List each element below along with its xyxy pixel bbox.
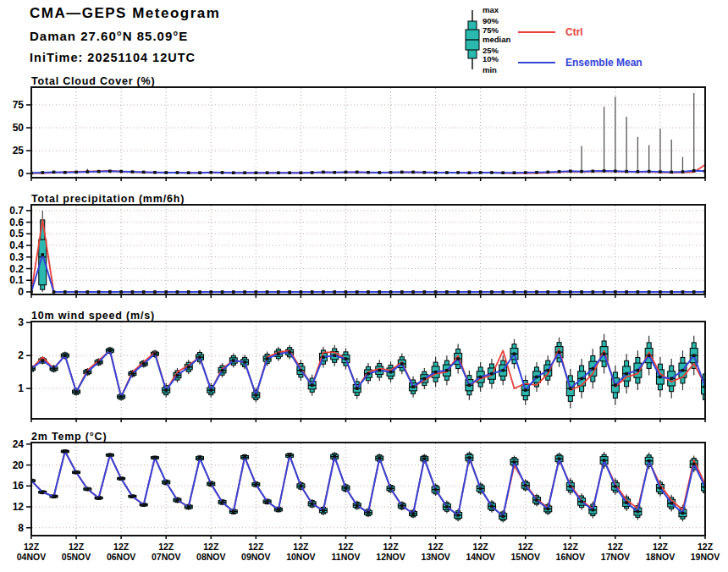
point-marker <box>411 512 415 515</box>
point-marker <box>187 290 190 294</box>
y-tick-label: 1 <box>18 382 24 394</box>
panel-total-precipitation: Total precipitation (mm/6h)00.10.20.30.4… <box>9 193 706 298</box>
y-tick-label: 0 <box>18 286 24 298</box>
y-tick-label: 0.6 <box>9 217 24 228</box>
ensemble-mean-line <box>31 255 705 292</box>
point-marker <box>479 376 483 379</box>
point-marker <box>300 290 303 294</box>
point-marker <box>176 171 179 174</box>
point-marker <box>569 485 572 488</box>
x-hour-label: 12Z <box>473 542 489 552</box>
ctrl-legend-label: Ctrl <box>565 26 583 38</box>
point-marker <box>367 290 370 294</box>
panel-frame <box>31 205 705 294</box>
point-marker <box>209 290 212 294</box>
point-marker <box>131 372 135 376</box>
point-marker <box>468 383 472 387</box>
point-marker <box>277 290 280 294</box>
y-tick-label: 3 <box>18 316 24 328</box>
point-marker <box>445 171 449 174</box>
point-marker <box>479 487 483 491</box>
point-marker <box>423 377 427 381</box>
point-marker <box>614 485 617 488</box>
point-marker <box>625 290 628 294</box>
point-marker <box>333 290 336 294</box>
x-date-label: 13NOV <box>421 552 449 562</box>
point-marker <box>367 171 370 174</box>
point-marker <box>580 500 583 503</box>
point-marker <box>648 459 651 463</box>
point-marker <box>322 290 325 294</box>
x-hour-label: 12Z <box>113 542 130 552</box>
point-marker <box>108 349 112 353</box>
point-marker <box>614 170 617 173</box>
point-marker <box>187 366 190 369</box>
point-marker <box>74 470 78 474</box>
y-tick-label: 0 <box>18 168 24 179</box>
point-marker <box>142 362 146 366</box>
y-tick-label: 0.2 <box>9 263 24 275</box>
point-marker <box>400 362 404 366</box>
point-marker <box>198 171 201 174</box>
point-marker <box>670 290 673 294</box>
legend-box-label: 10% <box>483 54 499 63</box>
point-marker <box>356 171 359 174</box>
point-marker <box>322 509 325 513</box>
legend: max90%75%median25%10%minCtrlEnsemble Mea… <box>466 5 643 74</box>
point-marker <box>434 488 438 492</box>
point-marker <box>592 367 595 371</box>
point-marker <box>558 290 561 294</box>
y-tick-label: 75 <box>13 99 25 111</box>
point-marker <box>456 290 460 294</box>
point-marker <box>378 369 381 372</box>
y-tick-label: 25 <box>13 145 25 157</box>
point-marker <box>41 253 44 256</box>
point-marker <box>153 352 157 355</box>
x-hour-label: 12Z <box>698 542 714 552</box>
point-marker <box>209 482 212 486</box>
point-marker <box>524 388 527 392</box>
point-marker <box>288 171 291 174</box>
point-marker <box>322 355 325 359</box>
point-marker <box>266 500 269 503</box>
point-marker <box>490 505 494 509</box>
point-marker <box>97 497 101 500</box>
point-marker <box>41 171 44 174</box>
x-date-label: 05NOV <box>62 552 91 562</box>
x-hour-label: 12Z <box>248 542 264 552</box>
point-marker <box>659 290 662 294</box>
point-marker <box>558 350 561 354</box>
panel-2m-temp: 2m Temp (°C)812162024 <box>13 431 709 539</box>
y-tick-label: 0.5 <box>9 228 24 239</box>
point-marker <box>153 171 157 174</box>
point-marker <box>52 290 56 294</box>
x-date-label: 12NOV <box>376 552 405 562</box>
y-tick-label: 0.7 <box>9 205 24 217</box>
point-marker <box>63 450 67 454</box>
point-marker <box>74 290 78 294</box>
point-marker <box>670 502 673 505</box>
point-marker <box>637 170 640 173</box>
point-marker <box>288 290 291 294</box>
point-marker <box>513 460 516 464</box>
point-marker <box>592 509 595 512</box>
point-marker <box>356 290 359 294</box>
point-marker <box>400 171 404 174</box>
point-marker <box>456 514 460 517</box>
point-marker <box>243 171 246 174</box>
point-marker <box>333 455 336 459</box>
point-marker <box>501 290 505 294</box>
point-marker <box>255 483 258 487</box>
point-marker <box>501 514 505 518</box>
data-layer <box>30 211 707 294</box>
point-marker <box>108 454 112 457</box>
point-marker <box>445 505 449 509</box>
ctrl-line <box>31 220 705 292</box>
point-marker <box>164 171 168 174</box>
point-marker <box>524 171 527 174</box>
point-marker <box>648 170 651 173</box>
point-marker <box>119 290 123 294</box>
point-marker <box>423 290 427 294</box>
point-marker <box>558 170 561 173</box>
point-marker <box>434 290 438 294</box>
